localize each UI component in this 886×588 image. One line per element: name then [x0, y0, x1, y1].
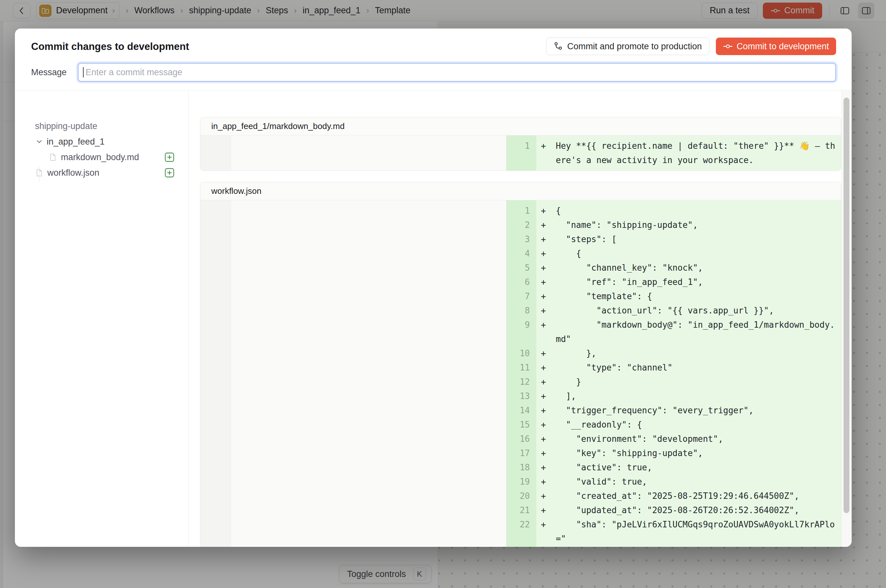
modal-scrollbar-thumb[interactable]: [844, 98, 849, 513]
diff-spacer: [231, 167, 506, 171]
diff-new-code: + "steps": [: [536, 232, 841, 246]
diff-old-line-number: [200, 275, 231, 289]
diff-added-sign: +: [541, 546, 556, 547]
file-icon: [35, 168, 43, 177]
diff-new-code: + },: [536, 346, 841, 360]
message-label: Message: [31, 68, 78, 78]
text-caret: [83, 67, 84, 78]
diff-spacer: [231, 200, 506, 204]
tree-file-label: markdown_body.md: [61, 152, 139, 162]
diff-spacer: [200, 200, 231, 204]
diff-new-code: + "channel_key": "knock",: [536, 261, 841, 275]
added-file-badge: [164, 168, 175, 178]
diff-code-text: Hey **{{ recipient.name | default: "ther…: [556, 139, 837, 167]
tree-file-row[interactable]: markdown_body.md: [49, 149, 188, 165]
diff-added-sign: +: [541, 232, 556, 246]
diff-new-line-number: 8: [506, 303, 536, 318]
modal-body: shipping-update in_app_feed_1 markdown_b…: [15, 90, 852, 547]
diff-added-sign: +: [541, 346, 556, 360]
diff-new-code: + "template": {: [536, 289, 841, 303]
diff-new-code: + "trigger_frequency": "every_trigger",: [536, 403, 841, 417]
diff-new-code: + "type": "channel": [536, 360, 841, 375]
diff-added-sign: +: [541, 432, 556, 446]
diff-new-line-number: 11: [506, 360, 536, 375]
diff-old-line-number: [200, 546, 231, 547]
diff-added-sign: +: [541, 375, 556, 389]
diff-spacer: [536, 135, 841, 139]
diff-card-filename: workflow.json: [200, 182, 841, 200]
diff-code-text: "active": true,: [556, 460, 837, 474]
diff-spacer: [506, 135, 536, 139]
diff-added-sign: +: [541, 218, 556, 232]
diff-old-code: [231, 204, 506, 218]
diff-old-code: [231, 360, 506, 375]
diff-old-line-number: [200, 446, 231, 460]
diff-old-line-number: [200, 389, 231, 403]
diff-new-code: + "ref": "in_app_feed_1",: [536, 275, 841, 289]
diff-code-text: "type": "channel": [556, 360, 837, 375]
diff-pane[interactable]: in_app_feed_1/markdown_body.md 1+Hey **{…: [189, 90, 852, 547]
screen: Development › ›Workflows›shipping-update…: [0, 0, 886, 588]
chevron-down-icon: [35, 138, 43, 146]
diff-new-code: + "created_at": "2025-08-25T19:29:46.644…: [536, 489, 841, 503]
diff-added-sign: +: [541, 139, 556, 153]
diff-added-sign: +: [541, 389, 556, 403]
diff-old-code: [231, 375, 506, 389]
diff-old-code: [231, 546, 506, 547]
diff-old-line-number: [200, 218, 231, 232]
diff-card-filename: in_app_feed_1/markdown_body.md: [200, 117, 841, 135]
tree-folder-row[interactable]: in_app_feed_1: [35, 134, 188, 149]
diff-old-code: [231, 403, 506, 417]
diff-code-text: "__readonly": {: [556, 417, 837, 432]
diff-code-text: "sha": "pJeLVir6xIlUCMGqs9qroZoUAVDSwA0y…: [556, 518, 837, 546]
diff-new-code: + ],: [536, 389, 841, 403]
diff-code-text: },: [556, 346, 837, 360]
diff-added-sign: +: [541, 446, 556, 460]
diff-grid: 1+{2+ "name": "shipping-update",3+ "step…: [200, 200, 841, 547]
diff-spacer: [536, 167, 841, 171]
diff-new-line-number: 13: [506, 389, 536, 403]
diff-new-code: + }: [536, 375, 841, 389]
diff-old-code: [231, 289, 506, 303]
commit-and-promote-button[interactable]: Commit and promote to production: [546, 38, 709, 55]
added-file-badge: [164, 152, 175, 162]
diff-new-line-number: 23: [506, 546, 536, 547]
promote-icon: [553, 42, 563, 51]
diff-old-line-number: [200, 360, 231, 375]
modal-header: Commit changes to development Commit and…: [15, 28, 852, 90]
diff-new-line-number: 19: [506, 474, 536, 489]
diff-new-line-number: 3: [506, 232, 536, 246]
plus-square-icon: [164, 168, 175, 178]
diff-grid: 1+Hey **{{ recipient.name | default: "th…: [200, 135, 841, 171]
diff-old-line-number: [200, 460, 231, 474]
diff-new-code: + "name": "shipping-update",: [536, 218, 841, 232]
diff-old-line-number: [200, 246, 231, 261]
diff-new-line-number: 12: [506, 375, 536, 389]
modal-scrollbar-track[interactable]: [841, 90, 852, 547]
diff-old-code: [231, 261, 506, 275]
diff-old-line-number: [200, 474, 231, 489]
diff-old-code: [231, 432, 506, 446]
diff-added-sign: +: [541, 474, 556, 489]
diff-old-line-number: [200, 432, 231, 446]
diff-new-code: + "action_url": "{{ vars.app_url }}",: [536, 303, 841, 318]
diff-new-code: + "markdown_body@": "in_app_feed_1/markd…: [536, 318, 841, 346]
tree-root-workflow[interactable]: shipping-update: [35, 119, 97, 133]
diff-code-text: {: [556, 204, 837, 218]
tree-file-row[interactable]: workflow.json: [35, 165, 188, 180]
diff-old-code: [231, 303, 506, 318]
diff-code-text: "action_url": "{{ vars.app_url }}",: [556, 303, 837, 318]
diff-added-sign: +: [541, 403, 556, 417]
diff-old-line-number: [200, 417, 231, 432]
commit-message-input[interactable]: [78, 63, 836, 82]
diff-added-sign: +: [541, 518, 556, 532]
diff-old-code: [231, 503, 506, 518]
tree-indent-guide: [39, 166, 39, 183]
diff-added-sign: +: [541, 460, 556, 474]
commit-to-development-button[interactable]: Commit to development: [716, 38, 836, 55]
diff-new-line-number: 21: [506, 503, 536, 518]
diff-new-line-number: 5: [506, 261, 536, 275]
diff-code-text: "updated_at": "2025-08-26T20:26:52.36400…: [556, 503, 837, 518]
diff-code-text: "template": {: [556, 289, 837, 303]
diff-old-code: [231, 275, 506, 289]
